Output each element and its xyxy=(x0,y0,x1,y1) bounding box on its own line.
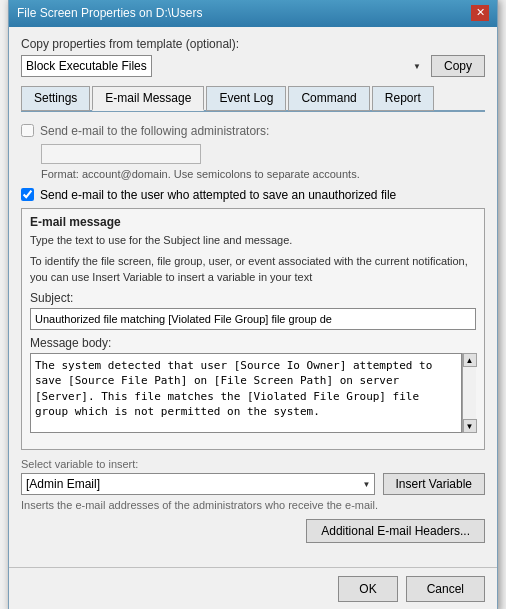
desc2: To identify the file screen, file group,… xyxy=(30,254,476,285)
close-button[interactable]: ✕ xyxy=(471,5,489,21)
tab-email-message[interactable]: E-mail Message xyxy=(92,86,204,111)
insert-hint: Inserts the e-mail addresses of the admi… xyxy=(21,499,485,511)
additional-headers-row: Additional E-mail Headers... xyxy=(21,519,485,543)
tab-content: Send e-mail to the following administrat… xyxy=(21,120,485,557)
insert-row: [Admin Email] [Source Io Owner] [Source … xyxy=(21,473,485,495)
insert-select-wrapper: [Admin Email] [Source Io Owner] [Source … xyxy=(21,473,375,495)
send-admins-label: Send e-mail to the following administrat… xyxy=(40,124,269,138)
desc1: Type the text to use for the Subject lin… xyxy=(30,233,476,248)
template-row: Block Executable Files Copy xyxy=(21,55,485,77)
title-bar: File Screen Properties on D:\Users ✕ xyxy=(9,0,497,27)
admins-email-input[interactable] xyxy=(41,144,201,164)
template-select[interactable]: Block Executable Files xyxy=(21,55,152,77)
insert-label: Select variable to insert: xyxy=(21,458,485,470)
scrollbar-track: ▲ ▼ xyxy=(462,353,476,433)
scrollbar-down-button[interactable]: ▼ xyxy=(463,419,477,433)
message-body-textarea[interactable]: The system detected that user [Source Io… xyxy=(30,353,462,433)
send-user-label: Send e-mail to the user who attempted to… xyxy=(40,188,396,202)
tab-bar: Settings E-mail Message Event Log Comman… xyxy=(21,85,485,112)
dialog-body: Copy properties from template (optional)… xyxy=(9,27,497,567)
send-admins-row: Send e-mail to the following administrat… xyxy=(21,124,485,138)
email-message-group: E-mail message Type the text to use for … xyxy=(21,208,485,450)
send-user-row: Send e-mail to the user who attempted to… xyxy=(21,188,485,202)
tab-settings[interactable]: Settings xyxy=(21,86,90,111)
template-select-wrapper: Block Executable Files xyxy=(21,55,425,77)
subject-input[interactable] xyxy=(30,308,476,330)
tab-event-log[interactable]: Event Log xyxy=(206,86,286,111)
footer-buttons: OK Cancel xyxy=(9,567,497,609)
email-message-group-label: E-mail message xyxy=(30,215,476,229)
tab-report[interactable]: Report xyxy=(372,86,434,111)
format-hint: Format: account@domain. Use semicolons t… xyxy=(41,168,485,180)
template-label: Copy properties from template (optional)… xyxy=(21,37,485,51)
title-text: File Screen Properties on D:\Users xyxy=(17,6,202,20)
variable-select[interactable]: [Admin Email] [Source Io Owner] [Source … xyxy=(21,473,375,495)
main-dialog: File Screen Properties on D:\Users ✕ Cop… xyxy=(8,0,498,609)
message-body-wrapper: The system detected that user [Source Io… xyxy=(30,353,476,433)
tab-command[interactable]: Command xyxy=(288,86,369,111)
subject-label: Subject: xyxy=(30,291,476,305)
send-user-checkbox[interactable] xyxy=(21,188,34,201)
insert-variable-button[interactable]: Insert Variable xyxy=(383,473,485,495)
scrollbar-up-button[interactable]: ▲ xyxy=(463,353,477,367)
copy-button[interactable]: Copy xyxy=(431,55,485,77)
ok-button[interactable]: OK xyxy=(338,576,397,602)
cancel-button[interactable]: Cancel xyxy=(406,576,485,602)
additional-headers-button[interactable]: Additional E-mail Headers... xyxy=(306,519,485,543)
send-admins-checkbox[interactable] xyxy=(21,124,34,137)
message-body-label: Message body: xyxy=(30,336,476,350)
